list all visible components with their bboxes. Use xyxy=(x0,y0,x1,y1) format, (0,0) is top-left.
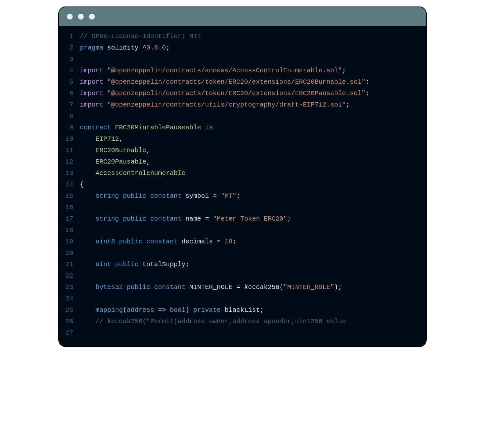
code-line[interactable]: 16 xyxy=(59,202,426,213)
code-content[interactable] xyxy=(80,247,426,259)
line-number: 25 xyxy=(59,304,80,316)
code-content[interactable]: string public constant name = "Meter Tok… xyxy=(80,213,426,224)
code-line[interactable]: 25 mapping(address => bool) private blac… xyxy=(59,304,426,316)
token-punc xyxy=(103,101,107,108)
token-punc xyxy=(111,261,115,268)
code-line[interactable]: 9contract ERC20MintablePauseable is xyxy=(59,122,426,133)
token-ident: decimals xyxy=(182,238,213,245)
code-line[interactable]: 10 EIP712, xyxy=(59,133,426,145)
token-punc xyxy=(182,192,185,200)
token-punc xyxy=(221,306,225,314)
token-punc xyxy=(80,192,96,200)
code-line[interactable]: 11 ERC20Burnable, xyxy=(59,145,426,156)
token-punc xyxy=(80,169,96,177)
code-content[interactable] xyxy=(80,270,426,282)
token-punc xyxy=(103,44,107,51)
code-content[interactable]: EIP712, xyxy=(80,133,426,145)
code-line[interactable]: 15 string public constant symbol = "MT"; xyxy=(59,190,426,202)
code-content[interactable]: { xyxy=(80,179,426,190)
line-number: 22 xyxy=(59,270,80,282)
token-punc xyxy=(80,147,96,154)
line-number: 4 xyxy=(59,65,80,76)
code-line[interactable]: 20 xyxy=(59,247,426,259)
code-line[interactable]: 7import "@openzeppelin/contracts/utils/c… xyxy=(59,99,426,110)
line-number: 11 xyxy=(59,145,80,156)
code-line[interactable]: 23 bytes32 public constant MINTER_ROLE =… xyxy=(59,282,426,293)
token-punc: ; xyxy=(236,192,240,200)
code-content[interactable]: string public constant symbol = "MT"; xyxy=(80,190,426,202)
token-punc: ; xyxy=(260,306,264,314)
token-punc xyxy=(111,124,115,131)
token-kw: public xyxy=(119,238,142,245)
code-content[interactable]: contract ERC20MintablePauseable is xyxy=(80,122,426,133)
code-content[interactable]: pragma solidity ^0.8.0; xyxy=(80,42,426,53)
code-content[interactable]: import "@openzeppelin/contracts/utils/cr… xyxy=(80,99,426,110)
line-number: 17 xyxy=(59,213,80,224)
code-line[interactable]: 3 xyxy=(59,53,426,65)
code-content[interactable]: import "@openzeppelin/contracts/token/ER… xyxy=(80,76,426,88)
token-kw: bool xyxy=(170,306,185,314)
code-content[interactable]: import "@openzeppelin/contracts/token/ER… xyxy=(80,88,426,99)
code-content[interactable]: mapping(address => bool) private blackLi… xyxy=(80,304,426,316)
code-line[interactable]: 26 // keccak256("Permit(address owner,ad… xyxy=(59,316,426,327)
code-line[interactable]: 8 xyxy=(59,110,426,122)
code-line[interactable]: 14{ xyxy=(59,179,426,190)
code-content[interactable] xyxy=(80,202,426,213)
code-line[interactable]: 18 xyxy=(59,224,426,236)
token-punc: ^ xyxy=(139,44,146,51)
line-number: 1 xyxy=(59,31,80,42)
code-line[interactable]: 21 uint public totalSupply; xyxy=(59,259,426,270)
code-content[interactable] xyxy=(80,224,426,236)
code-content[interactable]: AccessControlEnumerable xyxy=(80,167,426,179)
token-kw: string xyxy=(96,192,119,200)
code-content[interactable]: // SPDX-License-Identifier: MIT xyxy=(80,31,426,42)
code-content[interactable]: bytes32 public constant MINTER_ROLE = ke… xyxy=(80,282,426,293)
code-content[interactable] xyxy=(80,327,426,339)
token-string: "Meter Token ERC20" xyxy=(213,215,287,223)
code-line[interactable]: 24 xyxy=(59,293,426,304)
code-content[interactable]: ERC20Pausable, xyxy=(80,156,426,167)
code-editor[interactable]: 1// SPDX-License-Identifier: MIT2pragma … xyxy=(59,26,426,346)
code-line[interactable]: 2pragma solidity ^0.8.0; xyxy=(59,42,426,53)
code-line[interactable]: 5import "@openzeppelin/contracts/token/E… xyxy=(59,76,426,88)
token-kw: uint8 xyxy=(96,238,115,245)
token-punc: ( xyxy=(123,306,127,314)
token-punc xyxy=(119,215,123,223)
line-number: 8 xyxy=(59,110,80,122)
code-content[interactable]: import "@openzeppelin/contracts/access/A… xyxy=(80,65,426,76)
code-content[interactable]: // keccak256("Permit(address owner,addre… xyxy=(80,316,426,327)
window-control-minimize[interactable] xyxy=(78,14,84,20)
token-punc xyxy=(103,78,107,86)
token-punc: => xyxy=(154,306,170,314)
token-kw: constant xyxy=(154,283,185,291)
code-content[interactable] xyxy=(80,53,426,65)
code-line[interactable]: 13 AccessControlEnumerable xyxy=(59,167,426,179)
code-line[interactable]: 27 xyxy=(59,327,426,339)
code-content[interactable]: uint8 public constant decimals = 18; xyxy=(80,236,426,247)
window-control-close[interactable] xyxy=(67,14,73,20)
code-line[interactable]: 17 string public constant name = "Meter … xyxy=(59,213,426,224)
token-kw: public xyxy=(115,261,139,268)
code-line[interactable]: 22 xyxy=(59,270,426,282)
code-line[interactable]: 12 ERC20Pausable, xyxy=(59,156,426,167)
code-line[interactable]: 19 uint8 public constant decimals = 18; xyxy=(59,236,426,247)
token-punc xyxy=(185,283,189,291)
code-content[interactable] xyxy=(80,110,426,122)
code-content[interactable] xyxy=(80,293,426,304)
code-line[interactable]: 1// SPDX-License-Identifier: MIT xyxy=(59,31,426,42)
code-line[interactable]: 4import "@openzeppelin/contracts/access/… xyxy=(59,65,426,76)
line-number: 12 xyxy=(59,156,80,167)
token-punc xyxy=(80,283,96,291)
code-line[interactable]: 6import "@openzeppelin/contracts/token/E… xyxy=(59,88,426,99)
code-content[interactable]: uint public totalSupply; xyxy=(80,259,426,270)
line-number: 27 xyxy=(59,327,80,339)
line-number: 9 xyxy=(59,122,80,133)
code-content[interactable]: ERC20Burnable, xyxy=(80,145,426,156)
token-type: AccessControlEnumerable xyxy=(96,169,185,177)
window-control-zoom[interactable] xyxy=(89,14,95,20)
token-punc: ); xyxy=(334,283,342,291)
token-punc xyxy=(150,283,154,291)
token-kw: constant xyxy=(150,192,182,200)
token-ident: name xyxy=(185,215,201,223)
token-ident: solidity xyxy=(107,44,139,51)
